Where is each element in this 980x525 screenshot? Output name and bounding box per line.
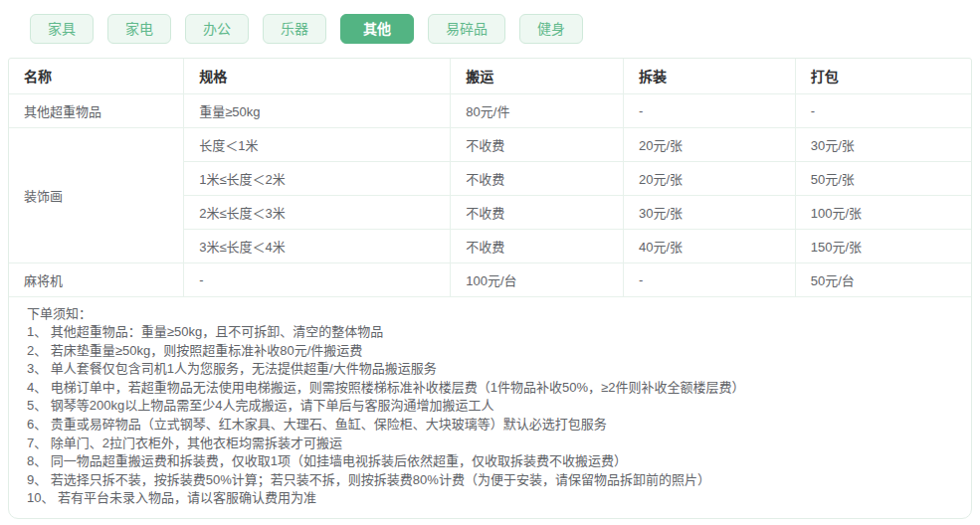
- tab-appliance[interactable]: 家电: [107, 14, 171, 44]
- price-cell: 50元/台: [795, 262, 971, 296]
- tab-fitness[interactable]: 健身: [519, 14, 583, 44]
- column-header: 拆装: [624, 59, 796, 93]
- price-cell: 40元/张: [624, 229, 796, 262]
- price-cell: 2米≤长度＜3米: [184, 195, 451, 229]
- price-cell: 重量≥50kg: [184, 93, 451, 127]
- price-cell: 3米≤长度＜4米: [184, 229, 451, 262]
- tab-furniture[interactable]: 家具: [30, 14, 94, 44]
- price-cell: 长度＜1米: [184, 127, 451, 161]
- note-item: 5、 钢琴等200kg以上物品需至少4人完成搬运，请下单后与客服沟通增加搬运工人: [27, 397, 953, 416]
- item-name-cell: 其他超重物品: [9, 93, 184, 127]
- order-notes: 下单须知： 1、 其他超重物品：重量≥50kg，且不可拆卸、清空的整体物品2、 …: [9, 297, 971, 519]
- price-cell: 不收费: [451, 127, 624, 161]
- price-cell: -: [624, 262, 796, 296]
- note-item: 9、 若选择只拆不装，按拆装费50%计算；若只装不拆，则按拆装费80%计费（为便…: [27, 471, 953, 490]
- price-cell: 不收费: [451, 229, 624, 262]
- price-cell: 100元/台: [451, 262, 624, 296]
- price-cell: 80元/件: [451, 93, 624, 127]
- item-name-cell: 装饰画: [9, 127, 184, 262]
- price-cell: 20元/张: [624, 161, 796, 195]
- tab-other[interactable]: 其他: [340, 14, 414, 44]
- pricing-page: 家具家电办公乐器其他易碎品健身 名称规格搬运拆装打包 其他超重物品重量≥50kg…: [0, 0, 980, 519]
- note-item: 4、 电梯订单中，若超重物品无法使用电梯搬运，则需按照楼梯标准补收楼层费（1件物…: [27, 379, 953, 398]
- price-cell: -: [795, 93, 971, 127]
- price-cell: 100元/张: [795, 195, 971, 229]
- category-tabs: 家具家电办公乐器其他易碎品健身: [30, 14, 972, 44]
- pricing-panel: 名称规格搬运拆装打包 其他超重物品重量≥50kg80元/件--装饰画长度＜1米不…: [8, 58, 972, 519]
- note-item: 1、 其他超重物品：重量≥50kg，且不可拆卸、清空的整体物品: [27, 323, 953, 342]
- price-cell: -: [184, 262, 451, 296]
- table-row: 装饰画长度＜1米不收费20元/张30元/张: [9, 127, 971, 161]
- price-cell: -: [624, 93, 796, 127]
- pricing-table: 名称规格搬运拆装打包 其他超重物品重量≥50kg80元/件--装饰画长度＜1米不…: [9, 59, 971, 297]
- notes-title: 下单须知：: [27, 305, 953, 324]
- table-row: 其他超重物品重量≥50kg80元/件--: [9, 93, 971, 127]
- note-item: 8、 同一物品超重搬运费和拆装费，仅收取1项（如挂墙电视拆装后依然超重，仅收取拆…: [27, 452, 953, 471]
- column-header: 名称: [9, 59, 184, 93]
- table-row: 麻将机-100元/台-50元/台: [9, 262, 971, 296]
- price-cell: 150元/张: [795, 229, 971, 262]
- price-cell: 不收费: [451, 161, 624, 195]
- table-header-row: 名称规格搬运拆装打包: [9, 59, 971, 93]
- price-cell: 1米≤长度＜2米: [184, 161, 451, 195]
- price-cell: 30元/张: [795, 127, 971, 161]
- tab-instrument[interactable]: 乐器: [263, 14, 326, 44]
- note-item: 10、 若有平台未录入物品，请以客服确认费用为准: [27, 489, 953, 508]
- note-item: 6、 贵重或易碎物品（立式钢琴、红木家具、大理石、鱼缸、保险柜、大块玻璃等）默认…: [27, 416, 953, 435]
- price-cell: 不收费: [451, 195, 624, 229]
- note-item: 3、 单人套餐仅包含司机1人为您服务，无法提供超重/大件物品搬运服务: [27, 360, 953, 379]
- column-header: 打包: [795, 59, 971, 93]
- item-name-cell: 麻将机: [9, 262, 184, 296]
- tab-fragile[interactable]: 易碎品: [428, 14, 505, 44]
- note-item: 7、 除单门、2拉门衣柜外，其他衣柜均需拆装才可搬运: [27, 435, 953, 453]
- price-cell: 50元/张: [795, 161, 971, 195]
- note-item: 2、 若床垫重量≥50kg，则按照超重标准补收80元/件搬运费: [27, 342, 953, 361]
- column-header: 搬运: [451, 59, 624, 93]
- price-cell: 20元/张: [624, 127, 796, 161]
- column-header: 规格: [184, 59, 451, 93]
- price-cell: 30元/张: [624, 195, 796, 229]
- notes-list: 1、 其他超重物品：重量≥50kg，且不可拆卸、清空的整体物品2、 若床垫重量≥…: [27, 323, 953, 508]
- tab-office[interactable]: 办公: [185, 14, 249, 44]
